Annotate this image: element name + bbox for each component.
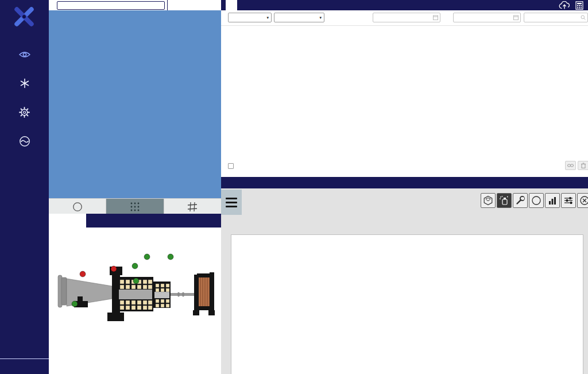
wind-farm-map[interactable]	[49, 10, 221, 198]
wave-circle-icon	[19, 136, 30, 147]
circle-icon	[531, 195, 541, 206]
tab-reports[interactable]	[307, 0, 319, 10]
sensor-dot-red[interactable]	[80, 271, 86, 277]
hexagon-icon	[483, 195, 493, 206]
cloud-upload-icon[interactable]	[559, 1, 571, 10]
cookie-settings-button[interactable]	[0, 358, 49, 364]
circle-view-icon	[72, 202, 83, 212]
hash-grid-icon	[187, 202, 198, 212]
chevron-down-icon: ▾	[319, 16, 322, 20]
drivetrain-diagram[interactable]	[55, 244, 215, 341]
spray-icon	[499, 195, 509, 206]
sidebar-item-system-health[interactable]	[0, 78, 49, 92]
chart-polygon-button[interactable]	[481, 193, 496, 208]
fleetmonitor-logo-icon	[8, 3, 40, 30]
gear-icon	[19, 107, 30, 118]
left-tab-bar	[49, 214, 221, 228]
chart-circle-button[interactable]	[529, 193, 544, 208]
chart-settings-button[interactable]	[561, 193, 576, 208]
tab-drivetrain[interactable]	[49, 214, 86, 228]
auto-refresh-control	[228, 163, 237, 169]
site-select[interactable]	[57, 1, 165, 10]
calendar-icon	[433, 15, 438, 20]
tab-maintenance[interactable]	[257, 0, 268, 10]
sliders-icon	[563, 195, 574, 206]
timeseries-chart[interactable]	[231, 235, 583, 374]
map-view-circle-button[interactable]	[49, 199, 106, 214]
chart-toolbar	[481, 193, 588, 208]
calculator-icon[interactable]	[575, 1, 583, 10]
drivetrain-panel	[49, 228, 221, 374]
chart-spray-button[interactable]	[497, 193, 512, 208]
sensor-dot-green[interactable]	[168, 254, 173, 260]
trash-icon	[581, 163, 586, 168]
charts-panel	[221, 188, 588, 374]
search-input[interactable]	[524, 13, 588, 22]
sidebar-item-site-thresholds[interactable]	[0, 136, 49, 151]
tab-measurements[interactable]	[86, 214, 137, 228]
sensor-dot-green[interactable]	[144, 254, 150, 260]
close-icon	[579, 195, 588, 206]
sensor-dot-green[interactable]	[132, 263, 138, 269]
link-button[interactable]	[565, 161, 576, 170]
dots-grid-icon	[129, 201, 141, 213]
per-page-select[interactable]: ▾	[228, 13, 272, 22]
chart-histogram-button[interactable]	[545, 193, 560, 208]
chart-wrench-button[interactable]	[513, 193, 528, 208]
to-date-input[interactable]	[453, 13, 521, 22]
calendar-icon	[513, 15, 519, 20]
map-header	[49, 0, 221, 11]
sensor-dot-red[interactable]	[111, 266, 117, 272]
from-date-input[interactable]	[373, 13, 440, 22]
link-icon	[567, 163, 574, 168]
tab-workspaces[interactable]	[180, 214, 221, 228]
sensor-dot-green[interactable]	[133, 278, 139, 284]
right-tab-bar	[221, 0, 588, 10]
eye-icon	[18, 51, 31, 59]
wrench-icon	[515, 195, 525, 206]
bar-chart-icon	[547, 195, 558, 206]
tab-kinematics[interactable]	[137, 214, 180, 228]
sidebar-item-site-configuration[interactable]	[0, 107, 49, 122]
map-view-hash-button[interactable]	[164, 199, 221, 214]
asterisk-icon	[20, 78, 30, 88]
sensor-dot-green[interactable]	[72, 301, 78, 307]
alarm-filter-row: ▾ ▾	[221, 10, 588, 26]
chart-menu-button[interactable]	[221, 190, 242, 215]
auto-refresh-checkbox[interactable]	[228, 163, 234, 169]
chart-container	[231, 234, 583, 374]
sidebar	[0, 0, 49, 374]
table-mini-buttons	[565, 161, 588, 170]
sidebar-item-site-dashboard[interactable]	[0, 51, 49, 63]
status-select[interactable]: ▾	[274, 13, 324, 22]
map-view-grid-button[interactable]	[106, 199, 164, 214]
tab-alarms[interactable]	[226, 0, 237, 10]
chevron-down-icon: ▾	[266, 16, 269, 20]
map-view-toolbar	[49, 198, 221, 215]
delete-button[interactable]	[578, 161, 588, 170]
charts-header-bar	[221, 177, 588, 188]
chart-close-button[interactable]	[577, 193, 588, 208]
header-divider	[167, 0, 168, 10]
search-icon	[581, 15, 586, 20]
